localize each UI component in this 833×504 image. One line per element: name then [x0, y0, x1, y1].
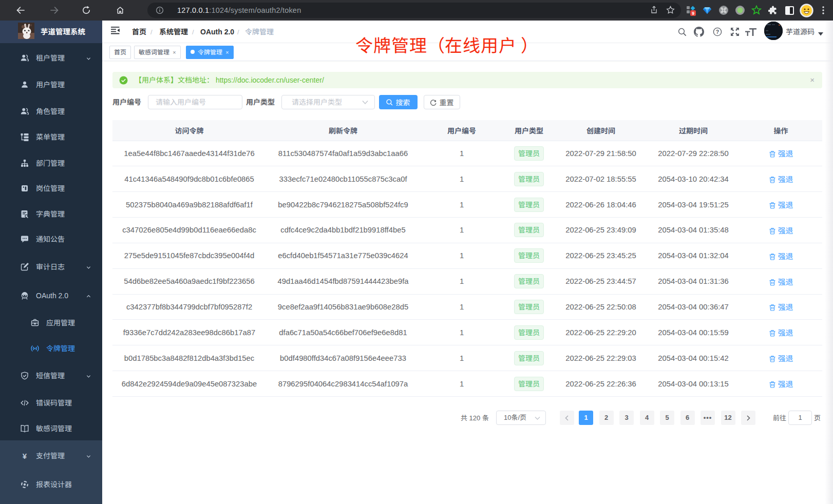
- svg-text:¥: ¥: [23, 452, 27, 460]
- svg-text:?: ?: [715, 29, 718, 35]
- svg-text:9: 9: [692, 11, 694, 16]
